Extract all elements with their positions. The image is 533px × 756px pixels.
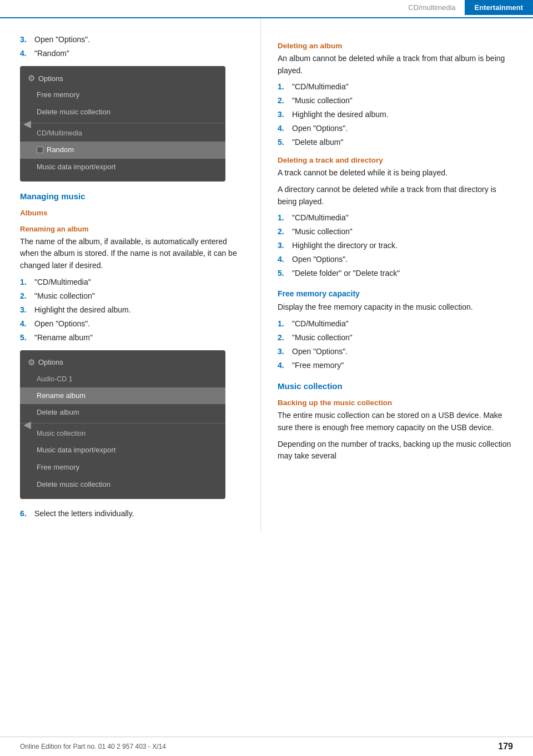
step-3-num: 3. xyxy=(20,34,30,46)
music-collection-title: Music collection xyxy=(278,381,516,391)
albums-title: Albums xyxy=(20,209,244,217)
step-3-text: Open "Options". xyxy=(34,34,90,46)
rename-step-1: 1."CD/Multimedia" xyxy=(20,276,244,288)
del-track-step-3: 3.Highlight the directory or track. xyxy=(278,240,516,251)
screen2-title: Options xyxy=(38,358,63,366)
screen-mockup-2: ◀ ⚙ Options Audio-CD 1 Rename album Dele… xyxy=(20,350,225,499)
footer-page-number: 179 xyxy=(498,742,513,752)
right-column: Deleting an album An album cannot be del… xyxy=(261,18,533,532)
step-6-text: Select the letters individually. xyxy=(34,508,134,520)
rename-step-2: 2."Music collection" xyxy=(20,290,244,302)
backing-up-para2: Depending on the number of tracks, backi… xyxy=(278,439,516,462)
deleting-track-para2: A directory cannot be deleted while a tr… xyxy=(278,184,516,208)
screen-mockup-1: ◀ ⚙ Options Free memory Delete music col… xyxy=(20,66,225,181)
step-4: 4. "Random" xyxy=(20,48,244,60)
deleting-album-title: Deleting an album xyxy=(278,42,516,50)
screen1-row-cd: CD/Multimedia xyxy=(20,125,225,142)
screen2-row-delete-music: Delete music collection xyxy=(20,476,225,493)
del-track-step-2: 2."Music collection" xyxy=(278,226,516,238)
screen2-row-import: Music data import/export xyxy=(20,442,225,459)
step-6-num: 6. xyxy=(20,508,30,520)
free-memory-steps: 1."CD/Multimedia" 2."Music collection" 3… xyxy=(278,318,516,371)
step-4-text: "Random" xyxy=(34,48,69,60)
deleting-album-para: An album cannot be deleted while a track… xyxy=(278,53,516,77)
screen1-title: Options xyxy=(38,74,63,83)
screen1-row-free-memory: Free memory xyxy=(20,87,225,104)
step-4-num: 4. xyxy=(20,48,30,60)
gear-icon-2: ⚙ xyxy=(28,357,35,367)
free-mem-step-3: 3.Open "Options". xyxy=(278,346,516,357)
header-entertainment-label: Entertainment xyxy=(465,0,533,15)
renaming-title: Renaming an album xyxy=(20,225,244,233)
screen2-row-free-memory: Free memory xyxy=(20,459,225,476)
rename-step-4: 4.Open "Options". xyxy=(20,318,244,330)
left-arrow-icon-2: ◀ xyxy=(23,419,31,431)
del-album-step-5: 5."Delete album" xyxy=(278,137,516,148)
backing-up-title: Backing up the music collection xyxy=(278,399,516,407)
checkbox-icon xyxy=(37,147,43,153)
main-content: 3. Open "Options". 4. "Random" ◀ ⚙ Optio… xyxy=(0,18,533,532)
free-mem-step-4: 4."Free memory" xyxy=(278,360,516,371)
free-mem-step-2: 2."Music collection" xyxy=(278,332,516,344)
backing-up-para1: The entire music collection can be store… xyxy=(278,410,516,434)
page-footer: Online Edition for Part no. 01 40 2 957 … xyxy=(0,737,533,756)
rename-steps: 1."CD/Multimedia" 2."Music collection" 3… xyxy=(20,276,244,344)
screen2-row-audiocd: Audio-CD 1 xyxy=(20,371,225,387)
step-3: 3. Open "Options". xyxy=(20,34,244,46)
screen2-row-rename: Rename album xyxy=(20,387,225,405)
free-mem-step-1: 1."CD/Multimedia" xyxy=(278,318,516,330)
step-6: 6. Select the letters individually. xyxy=(20,508,244,520)
header-cd-label: CD/multimedia xyxy=(408,0,464,15)
rename-step-3: 3.Highlight the desired album. xyxy=(20,304,244,316)
managing-music-title: Managing music xyxy=(20,191,244,201)
free-memory-para: Display the free memory capacity in the … xyxy=(278,301,516,314)
footer-citation: Online Edition for Part no. 01 40 2 957 … xyxy=(20,743,166,750)
del-track-step-1: 1."CD/Multimedia" xyxy=(278,212,516,224)
rename-step-5: 5."Rename album" xyxy=(20,332,244,344)
delete-album-steps: 1."CD/Multimedia" 2."Music collection" 3… xyxy=(278,81,516,148)
screen2-row-music-collection: Music collection xyxy=(20,425,225,442)
page-header: CD/multimedia Entertainment xyxy=(0,0,533,18)
delete-track-steps: 1."CD/Multimedia" 2."Music collection" 3… xyxy=(278,212,516,279)
left-column: 3. Open "Options". 4. "Random" ◀ ⚙ Optio… xyxy=(0,18,261,532)
gear-icon: ⚙ xyxy=(28,73,35,83)
deleting-track-title: Deleting a track and directory xyxy=(278,156,516,164)
renaming-para: The name of the album, if available, is … xyxy=(20,236,244,272)
deleting-track-para1: A track cannot be deleted while it is be… xyxy=(278,167,516,179)
screen2-row-delete: Delete album xyxy=(20,404,225,421)
left-arrow-icon: ◀ xyxy=(23,118,31,130)
screen1-row-delete-music: Delete music collection xyxy=(20,104,225,121)
del-album-step-2: 2."Music collection" xyxy=(278,95,516,107)
free-memory-title: Free memory capacity xyxy=(278,289,516,298)
del-track-step-5: 5."Delete folder" or "Delete track" xyxy=(278,268,516,279)
del-album-step-3: 3.Highlight the desired album. xyxy=(278,109,516,120)
screen1-row-random: Random xyxy=(20,142,225,159)
del-track-step-4: 4.Open "Options". xyxy=(278,254,516,265)
screen1-row-import: Music data import/export xyxy=(20,159,225,176)
del-album-step-4: 4.Open "Options". xyxy=(278,123,516,134)
del-album-step-1: 1."CD/Multimedia" xyxy=(278,81,516,93)
